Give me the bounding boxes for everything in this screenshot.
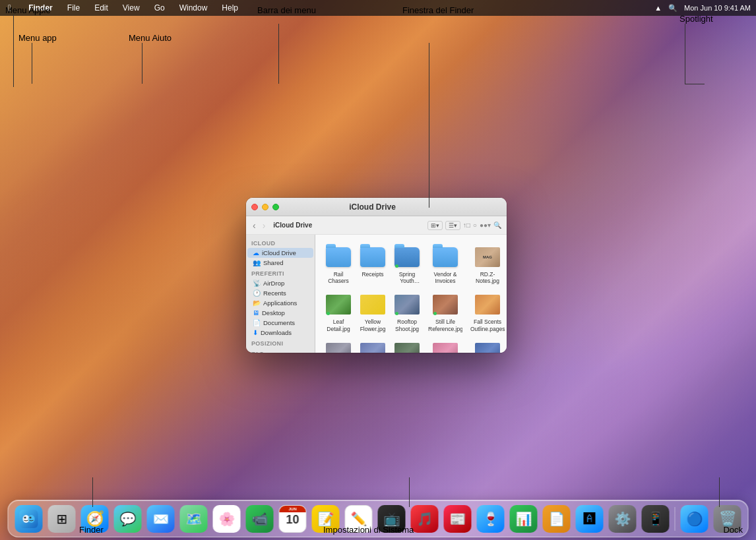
sidebar-recents-label: Recents bbox=[263, 289, 286, 297]
dock-item-system-settings[interactable]: ⚙️ bbox=[608, 504, 638, 534]
view-icons-button[interactable]: ⊞▾ bbox=[427, 221, 443, 230]
file-label: Yellow Flower.jpg bbox=[360, 318, 386, 332]
sidebar-item-recents[interactable]: 🕐 Recents bbox=[247, 288, 313, 298]
finder-toolbar: ‹ › iCloud Drive ⊞▾ ☰▾ ↑□ ○ ●●▾ 🔍 bbox=[246, 216, 507, 235]
wifi-icon[interactable]: ▲ bbox=[654, 4, 662, 12]
apple-menu[interactable]:  bbox=[5, 1, 14, 15]
dock-separator bbox=[675, 507, 676, 531]
app-menu-finder[interactable]: Finder bbox=[26, 2, 55, 14]
file-item-skater[interactable]: Skater.jpeg bbox=[468, 338, 507, 353]
sidebar-favorites-label: Preferiti bbox=[246, 268, 315, 278]
documents-icon: 📄 bbox=[253, 319, 261, 326]
dock-item-pocket[interactable]: 🍷 bbox=[476, 504, 506, 534]
more-button[interactable]: ●●▾ bbox=[480, 222, 491, 229]
sidebar-item-desktop[interactable]: 🖥 Desktop bbox=[247, 308, 313, 318]
sidebar-locations-label: Posizioni bbox=[246, 338, 315, 348]
search-button[interactable]: 🔍 bbox=[493, 222, 501, 229]
file-item-still-life[interactable]: Still Life Reference.jpg bbox=[426, 290, 464, 334]
file-label: Still Life Reference.jpg bbox=[428, 318, 462, 332]
file-grid: Rail Chasers Receipts Spring Youth Counc… bbox=[321, 240, 501, 353]
file-label: Rooftop Shoot.jpg bbox=[394, 318, 420, 332]
dock-item-iphone-mirroring[interactable]: 📱 bbox=[641, 504, 671, 534]
dock-item-mail[interactable]: ✉️ bbox=[146, 504, 176, 534]
finder-dock-icon bbox=[20, 510, 38, 528]
tag-button[interactable]: ○ bbox=[473, 222, 477, 229]
toolbar-controls: ⊞▾ ☰▾ ↑□ ○ ●●▾ 🔍 bbox=[427, 221, 501, 230]
sidebar-airdrop-label: AirDrop bbox=[263, 280, 284, 287]
file-label: Leaf Detail.jpg bbox=[325, 318, 352, 332]
menu-help[interactable]: Help bbox=[219, 2, 241, 14]
file-label: Rail Chasers bbox=[325, 271, 352, 284]
file-item-vendor-invoices[interactable]: Vendor & Invoices bbox=[426, 243, 464, 286]
file-label: RD.Z-Notes.jpg bbox=[470, 271, 505, 284]
sidebar-icloud-drive-label: iCloud Drive bbox=[262, 249, 296, 256]
file-item-rdz-notes[interactable]: MAG RD.Z-Notes.jpg bbox=[468, 243, 507, 286]
airdrop-icon: 📡 bbox=[253, 280, 261, 287]
menu-edit[interactable]: Edit bbox=[92, 2, 111, 14]
dock-item-appletv[interactable]: 📺 bbox=[377, 504, 407, 534]
share-button[interactable]: ↑□ bbox=[463, 222, 470, 229]
dock-item-numbers[interactable]: 📊 bbox=[509, 504, 539, 534]
view-list-button[interactable]: ☰▾ bbox=[445, 221, 460, 230]
menu-window[interactable]: Window bbox=[177, 2, 210, 14]
finder-body: iCloud ☁ iCloud Drive 👥 Shared Preferiti… bbox=[246, 235, 507, 353]
dock-item-trash[interactable]: 🗑️ bbox=[712, 504, 743, 534]
dock-item-photos[interactable]: 🌸 bbox=[212, 504, 242, 534]
dock-item-freeform[interactable]: ✏️ bbox=[344, 504, 374, 534]
recents-icon: 🕐 bbox=[253, 289, 261, 297]
file-label: Receipts bbox=[362, 271, 383, 278]
sidebar-item-downloads[interactable]: ⬇ Downloads bbox=[247, 328, 313, 338]
dock-item-facetime[interactable]: 📹 bbox=[245, 504, 275, 534]
menu-file[interactable]: File bbox=[65, 2, 82, 14]
file-item-title-cover[interactable]: Title Cover.jpg bbox=[323, 338, 354, 353]
dock-item-safari[interactable]: 🧭 bbox=[80, 504, 110, 534]
dock-item-calendar[interactable]: JUN 10 bbox=[278, 504, 308, 534]
sidebar-item-applications[interactable]: 📂 Applications bbox=[247, 298, 313, 308]
file-item-leaf-detail[interactable]: Leaf Detail.jpg bbox=[323, 290, 354, 334]
menu-bar-right: ▲ 🔍 Mon Jun 10 9:41 AM bbox=[654, 4, 751, 13]
sidebar-item-airdrop[interactable]: 📡 AirDrop bbox=[247, 278, 313, 288]
dock: ⊞ 🧭 💬 ✉️ 🗺️ bbox=[8, 500, 749, 537]
sidebar-documents-label: Documents bbox=[263, 319, 295, 326]
finder-sidebar: iCloud ☁ iCloud Drive 👥 Shared Preferiti… bbox=[246, 235, 315, 353]
desktop-icon: 🖥 bbox=[253, 309, 259, 316]
file-label: Vendor & Invoices bbox=[428, 271, 462, 284]
dock-item-messages[interactable]: 💬 bbox=[113, 504, 143, 534]
dock-item-notes[interactable]: 📝 bbox=[311, 504, 341, 534]
dock-container: ⊞ 🧭 💬 ✉️ 🗺️ bbox=[8, 500, 749, 537]
file-label: Fall Scents Outline.pages bbox=[470, 318, 505, 332]
dock-item-pages[interactable]: 📄 bbox=[542, 504, 572, 534]
dock-item-maps[interactable]: 🗺️ bbox=[179, 504, 209, 534]
back-button[interactable]: ‹ bbox=[251, 220, 257, 231]
file-item-lone-pine[interactable]: Lone Pine.jpg bbox=[392, 338, 422, 353]
icloud-drive-icon: ☁ bbox=[253, 249, 259, 256]
shared-icon: 👥 bbox=[253, 259, 261, 266]
file-item-rooftop-shoot[interactable]: Rooftop Shoot.jpg bbox=[392, 290, 422, 334]
menu-go[interactable]: Go bbox=[152, 2, 168, 14]
applications-icon: 📂 bbox=[253, 299, 261, 307]
file-item-spring-youth[interactable]: Spring Youth Council bbox=[392, 243, 422, 286]
svg-point-4 bbox=[30, 517, 32, 519]
sidebar-desktop-label: Desktop bbox=[262, 309, 285, 316]
file-item-rail-chasers[interactable]: Rail Chasers bbox=[323, 243, 354, 286]
sidebar-item-shared[interactable]: 👥 Shared bbox=[247, 258, 313, 268]
file-item-receipts[interactable]: Receipts bbox=[358, 243, 388, 286]
sidebar-item-documents[interactable]: 📄 Documents bbox=[247, 318, 313, 328]
dock-item-news[interactable]: 📰 bbox=[443, 504, 473, 534]
spotlight-icon[interactable]: 🔍 bbox=[668, 4, 677, 13]
file-label: Spring Youth Council bbox=[394, 271, 420, 284]
menu-view[interactable]: View bbox=[120, 2, 142, 14]
dock-item-finder[interactable] bbox=[14, 504, 44, 534]
dock-item-appstore[interactable]: 🅰 bbox=[575, 504, 605, 534]
file-item-pink[interactable]: Pink.jpeg bbox=[426, 338, 464, 353]
forward-button[interactable]: › bbox=[261, 220, 267, 231]
dock-item-launchpad[interactable]: ⊞ bbox=[47, 504, 77, 534]
finder-window: iCloud Drive ‹ › iCloud Drive ⊞▾ ☰▾ ↑□ ○… bbox=[246, 198, 507, 353]
file-item-fall-scents[interactable]: Fall Scents Outline.pages bbox=[468, 290, 507, 334]
file-item-mexico-city[interactable]: Mexico City.jpg bbox=[358, 338, 388, 353]
file-item-yellow-flower[interactable]: Yellow Flower.jpg bbox=[358, 290, 388, 334]
sidebar-item-icloud-drive[interactable]: ☁ iCloud Drive bbox=[247, 248, 313, 258]
dock-item-screentime[interactable]: 🔵 bbox=[679, 504, 710, 534]
dock-item-music[interactable]: 🎵 bbox=[410, 504, 440, 534]
menu-bar-left:  Finder File Edit View Go Window Help bbox=[5, 1, 241, 15]
